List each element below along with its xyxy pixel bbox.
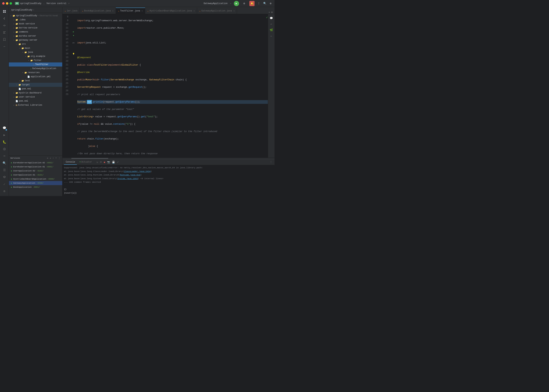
tree-idea[interactable]: ▸ 📁 .idea — [9, 18, 62, 22]
tree-commons[interactable]: ▸ 📁 commons — [9, 30, 62, 34]
tree-book-service[interactable]: ▸ 📁 book-service — [9, 22, 62, 26]
settings-icon[interactable]: ⚙ — [242, 1, 247, 6]
service-user-01[interactable]: ▶ UserApplication-01 :8101/ — [9, 173, 62, 177]
tab-testfilter[interactable]: ☕ TestFilter.java ✕ — [116, 7, 145, 14]
tree-test[interactable]: ▸ 📁 test — [9, 79, 62, 83]
tree-src[interactable]: ▾ 📁 src — [9, 42, 62, 46]
right-leaf-icon[interactable]: 🌿 — [269, 27, 274, 33]
right-edit-icon[interactable]: ✏ — [269, 33, 274, 38]
sidebar-item-settings[interactable]: ⚙ — [1, 188, 8, 195]
svc-collapse-icon[interactable]: ⊖ — [47, 156, 49, 160]
chevron: ▾ — [68, 2, 69, 5]
service-eureka-01[interactable]: ▶ EurekaServerApplication-01 :8801/ — [9, 165, 62, 169]
sidebar-item-tasks[interactable]: ✓ — [1, 181, 8, 188]
right-undo-icon[interactable]: ↩ — [269, 21, 274, 27]
h-scrollbar[interactable] — [63, 158, 275, 159]
tree-eureka-server[interactable]: ▸ 📁 eureka-server — [9, 34, 62, 38]
sidebar-item-bookmarks[interactable] — [1, 36, 8, 43]
tab-ler-java[interactable]: ☕ ler.java — [63, 7, 80, 14]
more-actions-icon[interactable]: ⋮ — [257, 2, 260, 5]
version-control-label[interactable]: Version control — [46, 2, 66, 5]
tree-hystrix[interactable]: ▸ 📁 hystrix-dashboard — [9, 91, 62, 95]
tab-split-icon[interactable]: ⊞ — [271, 11, 273, 14]
sidebar-item-run[interactable]: ▶ — [1, 132, 8, 138]
tree-filter[interactable]: ▾ 📁 filter — [9, 58, 62, 63]
restart-icon[interactable]: ↻ — [96, 160, 99, 164]
tree-borrow-service[interactable]: ▸ 📁 borrow-service — [9, 26, 62, 30]
expand-icon[interactable]: ⤢ — [116, 160, 119, 164]
service-gateway[interactable]: ▶ GatewayApplication :8500/ — [9, 181, 62, 185]
tree-org-example[interactable]: ▾ 📁 org.example — [9, 54, 62, 58]
tab-hystrix-close[interactable]: ✕ — [194, 10, 195, 12]
service-book[interactable]: ▶ BookApplication :8081/ — [9, 185, 62, 189]
tree-pom-root[interactable]: 📄 pom.xml — [9, 99, 62, 103]
sidebar-item-commits[interactable] — [1, 22, 8, 29]
code-content[interactable]: import org.springframework.web.server.Se… — [76, 14, 268, 158]
close-button[interactable] — [2, 2, 5, 5]
console-link-4[interactable]: System.java:1993 — [118, 177, 138, 181]
tab-book-application[interactable]: ☕ BookApplication.java ✕ — [80, 7, 116, 14]
stop-icon[interactable]: ◼ — [103, 160, 106, 164]
sidebar-item-debug[interactable]: 🐛 — [1, 139, 8, 145]
rerun-icon[interactable]: ⟳ — [99, 160, 103, 164]
console-line-1: Suppressed: java.lang.UnsatisfiedLinkErr… — [64, 166, 273, 170]
svc-close-icon[interactable]: ✕ — [49, 156, 51, 160]
tab-dropdown-icon[interactable]: ▾ — [268, 11, 270, 14]
sidebar-item-vcs[interactable] — [1, 15, 8, 22]
tab-gateway-close[interactable]: ✕ — [234, 10, 235, 12]
right-chat-icon[interactable]: 💬 — [269, 15, 274, 21]
tree-target[interactable]: ▸ 📁 target — [9, 83, 62, 87]
panel-chevron[interactable]: ▾ — [33, 9, 34, 11]
service-hystrix[interactable]: ▶ HystrixDashBoardApplication :8900/ — [9, 177, 62, 181]
svc-add-icon[interactable]: + — [55, 156, 57, 160]
service-eureka-02-label: EurekaServerApplication-02 — [13, 162, 45, 164]
tree-user-service[interactable]: ▸ 📁 user-service — [9, 95, 62, 99]
sidebar-item-chat[interactable]: 💬 — [1, 125, 8, 131]
tree-gateway-server[interactable]: ▾ 📁 gateway-server — [9, 38, 62, 42]
svc-more-icon[interactable]: ⋮ — [58, 156, 61, 160]
code-editor: ✓ 8 9 10 11 12 13 14 15 16 17 18 19 20 2… — [63, 14, 275, 158]
camera-icon[interactable]: 📷 — [107, 160, 111, 164]
gutter-29 — [71, 93, 76, 96]
tab-gateway-app[interactable]: ☕ GatewayApplication.java ✕ — [197, 7, 237, 14]
h-scrollbar-thumb[interactable] — [71, 158, 108, 159]
sidebar-item-layers[interactable] — [1, 174, 8, 181]
sidebar-item-more[interactable]: ⋯ — [1, 43, 8, 50]
tab-hystrix[interactable]: ☕ HystrixDashBoardApplication.java ✕ — [145, 7, 197, 14]
tree-main[interactable]: ▾ 📁 main — [9, 46, 62, 50]
sidebar-item-git[interactable] — [1, 146, 8, 152]
service-user-02[interactable]: ▶ UserApplication-02 :8102/ — [9, 169, 62, 173]
save-icon[interactable]: 💾 — [111, 160, 115, 164]
tree-application-yml[interactable]: 📄 application.yml — [9, 75, 62, 79]
search-icon[interactable]: 🔍 — [263, 2, 266, 5]
gutter-18-bulb[interactable]: 💡 — [71, 52, 76, 56]
service-eureka-02[interactable]: ▶ EurekaServerApplication-02 :8802/ — [9, 161, 62, 165]
sidebar-item-list[interactable]: ☰ — [1, 167, 8, 174]
maximize-button[interactable] — [10, 2, 12, 5]
tree-external-libs[interactable]: ▸ 🏛 External Libraries — [9, 103, 62, 107]
settings-gear-icon[interactable]: ⚙ — [269, 2, 272, 5]
gutter-19 — [71, 56, 76, 59]
console-link-2[interactable]: ClassLoader.java:2434 — [124, 170, 151, 173]
tree-testfilter[interactable]: ☕ TestFilter — [9, 63, 62, 67]
console-link-3[interactable]: Runtime.java:818 — [120, 173, 140, 177]
bottom-more[interactable]: ⋮ — [269, 161, 273, 164]
svc-filter-icon[interactable]: ⚡ — [52, 156, 54, 160]
tree-gateway-app[interactable]: ☕ GatewayApplication — [9, 67, 62, 70]
tab-actuator[interactable]: ● Actuator — [78, 160, 94, 165]
notification-icon[interactable]: 🔔 — [249, 1, 255, 6]
minimize-button[interactable] — [6, 2, 8, 5]
sidebar-item-terminal[interactable]: ⌨ — [1, 153, 8, 159]
tree-pom-gateway[interactable]: 📄 pom.xml — [9, 87, 62, 91]
tree-resources[interactable]: ▾ 📁 resources — [9, 70, 62, 75]
tab-book-close[interactable]: ✕ — [112, 10, 113, 12]
run-button[interactable]: ▶ — [234, 1, 239, 6]
tree-root[interactable]: ▾ 📁 springCloudStudy ~/Desktop/CS/JavaE — [9, 14, 62, 18]
sidebar-item-search[interactable]: 🔍 — [1, 160, 8, 167]
sidebar-item-structure[interactable] — [1, 29, 8, 36]
sidebar-item-project[interactable] — [1, 8, 8, 15]
tab-console[interactable]: Console — [64, 160, 77, 165]
code-line-23: // pass the ServerWebExchange to the nex… — [77, 130, 268, 133]
tree-java[interactable]: ▾ 📁 java — [9, 50, 62, 54]
tab-testfilter-close[interactable]: ✕ — [142, 10, 143, 12]
